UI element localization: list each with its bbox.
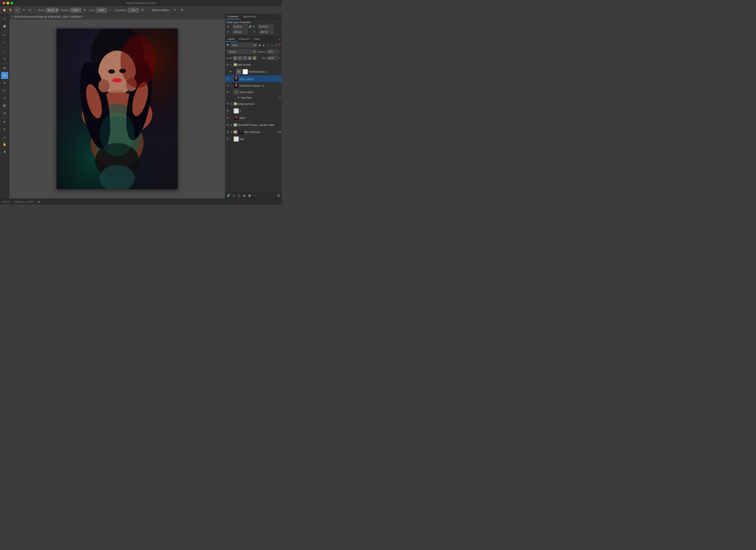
- layer-mask-icon[interactable]: ◱: [237, 194, 241, 198]
- layer-eye-hue-sat[interactable]: 👁: [229, 70, 232, 74]
- blur-tool[interactable]: ◎: [1, 109, 8, 116]
- layer-eye-smart-filters[interactable]: 👁: [226, 90, 230, 94]
- fill-input[interactable]: [267, 56, 278, 60]
- layer-expand-sharpen[interactable]: ▾: [230, 85, 233, 87]
- flow-icon[interactable]: 〰: [108, 7, 113, 13]
- layer-adjustment-icon[interactable]: ◐: [242, 194, 246, 198]
- erase-extra-icon[interactable]: ✦: [172, 7, 177, 13]
- layer-skin-softening[interactable]: 👁 ▶ 📁 Skin Softening fx ▣: [225, 129, 282, 136]
- layer-light-overlay[interactable]: 👁 ▾ 📁 light overlay: [225, 61, 282, 68]
- layer-expand-freq[interactable]: ▶: [230, 124, 233, 126]
- smoothing-settings-icon[interactable]: ⚙: [140, 7, 145, 13]
- tab-adjustments[interactable]: Adjustments: [241, 14, 258, 19]
- blend-mode-select[interactable]: Screen: [227, 49, 256, 54]
- home-icon[interactable]: 🏠: [2, 7, 7, 13]
- filter-pixel-icon[interactable]: ▣: [258, 43, 261, 47]
- maximize-button[interactable]: [11, 2, 13, 4]
- clone-stamp-tool[interactable]: ✦: [1, 79, 8, 87]
- fill-chevron-icon[interactable]: ▾: [279, 57, 280, 60]
- canvas-container[interactable]: [9, 19, 225, 199]
- select-tool[interactable]: ▭: [1, 31, 8, 39]
- lasso-tool[interactable]: ⌇: [1, 39, 8, 46]
- layer-eye-liquid[interactable]: 👁: [226, 116, 230, 120]
- history-brush-tool[interactable]: ↩: [1, 87, 8, 94]
- layer-filter-select[interactable]: Kind: [230, 43, 257, 47]
- layer-expand-light-overlay[interactable]: ▾: [230, 63, 233, 66]
- filter-shape-icon[interactable]: △: [270, 43, 274, 47]
- zoom-tool[interactable]: ⊕: [1, 148, 8, 155]
- high-pass-settings-icon[interactable]: ⚙: [279, 96, 281, 99]
- layer-dsc1183[interactable]: 👁 DSC_1183.1: [225, 75, 282, 82]
- lock-all-icon[interactable]: 🔒: [253, 56, 256, 60]
- opacity-input[interactable]: [70, 8, 81, 13]
- sharpen-expand-icon[interactable]: ⌄: [279, 85, 281, 87]
- move-tool[interactable]: ⊹: [1, 15, 8, 22]
- tab-layers[interactable]: Layers: [225, 37, 237, 42]
- opacity-chevron-icon[interactable]: ▾: [279, 50, 280, 53]
- layer-expand-skin[interactable]: ▶: [230, 131, 233, 133]
- layers-panel-menu-icon[interactable]: ≡: [277, 37, 282, 42]
- layer-high-pass[interactable]: 👁 High Pass ⚙: [225, 95, 282, 100]
- lock-pixels-icon[interactable]: ✏: [238, 56, 242, 60]
- brush-tool[interactable]: ✏: [1, 72, 8, 79]
- layer-hue-saturation[interactable]: 👁 HS Hue/Saturation 1: [225, 68, 282, 75]
- lock-position-icon[interactable]: ✛: [243, 56, 247, 60]
- mask-icon[interactable]: ◱: [27, 7, 33, 13]
- tab-close-button[interactable]: ✕: [11, 15, 13, 18]
- layer-dodge-burn[interactable]: 👁 ▶ 📁 dodge and burn: [225, 100, 282, 107]
- brush-icon[interactable]: ✏️: [8, 7, 13, 13]
- h-input[interactable]: [258, 24, 273, 29]
- crop-tool[interactable]: ⛶: [1, 48, 8, 55]
- layer-eye-light-overlay[interactable]: 👁: [226, 63, 230, 66]
- healing-brush-tool[interactable]: ⊕: [1, 64, 8, 72]
- brush-size-indicator[interactable]: 357: [14, 7, 20, 13]
- eyedropper-tool[interactable]: ✎: [1, 55, 8, 63]
- smoothing-input[interactable]: [128, 8, 139, 13]
- y-input[interactable]: [259, 30, 274, 34]
- tab-properties[interactable]: Properties: [225, 14, 241, 19]
- flow-input[interactable]: [96, 8, 107, 13]
- pen-tool[interactable]: ✒: [1, 118, 8, 125]
- gradient-tool[interactable]: ▤: [1, 102, 8, 109]
- status-arrow[interactable]: ▶: [38, 200, 40, 203]
- layer-liquid[interactable]: 👁 liquid: [225, 114, 282, 122]
- minimize-button[interactable]: [7, 2, 9, 4]
- layer-new-icon[interactable]: +: [253, 194, 257, 198]
- layer-link-icon[interactable]: 🔗: [227, 194, 230, 198]
- properties-panel-menu-icon[interactable]: ≡: [278, 14, 282, 18]
- filter-smart-icon[interactable]: ⚙: [275, 43, 278, 47]
- layer-eye-skin[interactable]: 👁: [226, 130, 230, 134]
- layer-phlearn-freq[interactable]: 👁 ▶ 📁 PHLEARN Freque...paration 16bit: [225, 122, 282, 129]
- layer-eye-dsc[interactable]: 👁: [226, 77, 230, 81]
- hand-tool[interactable]: ✋: [1, 141, 8, 148]
- layer-smart-filters[interactable]: 👁 SF Smart Filters: [225, 89, 282, 95]
- shape-tool[interactable]: △: [1, 133, 8, 140]
- layer-group-icon[interactable]: ▣: [248, 194, 252, 198]
- layer-heal[interactable]: 👁 heal: [225, 136, 282, 143]
- filter-adjust-icon[interactable]: ◐: [262, 43, 266, 47]
- w-input[interactable]: [232, 24, 248, 29]
- layer-eye-freq[interactable]: 👁: [226, 123, 230, 127]
- lock-transparent-icon[interactable]: ⊠: [233, 56, 237, 60]
- erase-to-history-button[interactable]: Erase to History: [151, 8, 170, 12]
- layer-eye-dodge-burn[interactable]: 👁: [226, 102, 230, 106]
- layer-eye-heal[interactable]: 👁: [226, 137, 230, 141]
- layer-delete-icon[interactable]: 🗑: [277, 194, 280, 198]
- close-button[interactable]: [3, 2, 5, 4]
- tab-paths[interactable]: Paths: [252, 37, 262, 42]
- opacity-settings-icon[interactable]: ⚙: [82, 7, 87, 13]
- x-input[interactable]: [232, 30, 248, 34]
- artboard-tool[interactable]: ▣: [1, 22, 8, 29]
- lock-artboard-icon[interactable]: ▣: [248, 56, 252, 60]
- brush-settings-icon[interactable]: ⛛: [21, 7, 26, 13]
- layer-eye-high-pass[interactable]: 👁: [237, 96, 240, 100]
- tab-channels[interactable]: Channels: [237, 37, 251, 42]
- layer-eye-h[interactable]: 👁: [226, 109, 230, 113]
- layer-fx-icon[interactable]: fx: [232, 194, 236, 198]
- text-tool[interactable]: T: [1, 126, 8, 133]
- filter-type-icon[interactable]: T: [266, 43, 270, 47]
- opacity-input[interactable]: [267, 49, 278, 54]
- layer-eye-sharpen[interactable]: 👁: [226, 84, 230, 88]
- layer-expand-dodge-burn[interactable]: ▶: [230, 103, 233, 105]
- link-icon[interactable]: 🔗: [249, 25, 252, 28]
